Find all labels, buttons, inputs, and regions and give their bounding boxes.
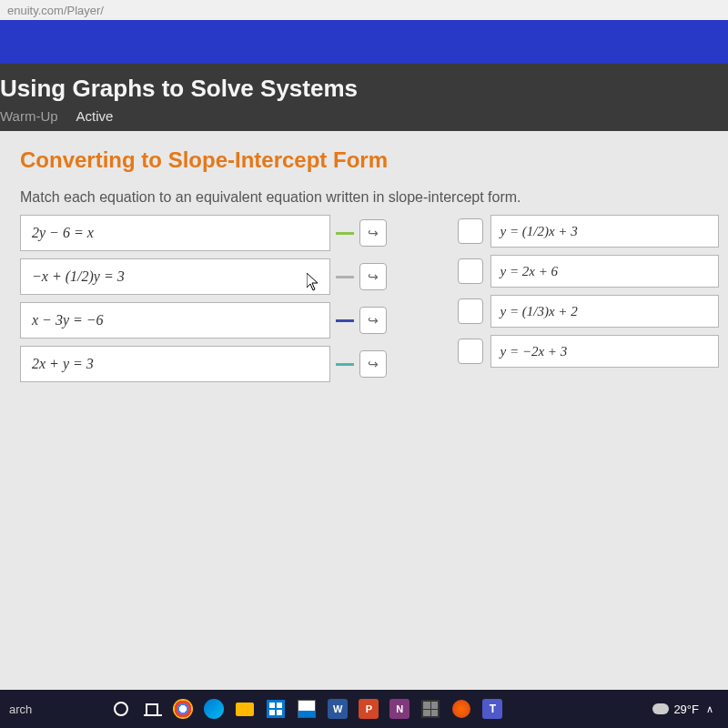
answer-box[interactable]: y = 2x + 6 bbox=[490, 255, 720, 288]
answer-row: y = 2x + 6 bbox=[458, 255, 720, 288]
word-icon[interactable]: W bbox=[323, 694, 352, 723]
drop-target[interactable] bbox=[458, 298, 483, 324]
match-row: 2y − 6 = x ↪ bbox=[20, 215, 387, 251]
arrow-button[interactable]: ↪ bbox=[359, 350, 387, 378]
connector-line bbox=[336, 363, 354, 366]
section-title: Converting to Slope-Intercept Form bbox=[20, 147, 719, 173]
tray-chevron-icon[interactable]: ∧ bbox=[701, 703, 719, 715]
calculator-icon[interactable] bbox=[416, 694, 445, 723]
answer-row: y = −2x + 3 bbox=[458, 335, 720, 368]
arrow-right-icon: ↪ bbox=[368, 357, 379, 371]
lesson-title: Using Graphs to Solve Systems bbox=[0, 75, 713, 103]
content-area: Converting to Slope-Intercept Form Match… bbox=[0, 131, 728, 391]
right-column: y = (1/2)x + 3 y = 2x + 6 y = (1/3)x + 2… bbox=[458, 215, 720, 368]
top-banner bbox=[0, 20, 728, 64]
arrow-button[interactable]: ↪ bbox=[359, 219, 387, 247]
match-row: 2x + y = 3 ↪ bbox=[20, 346, 387, 382]
arrow-button[interactable]: ↪ bbox=[359, 307, 387, 334]
answer-row: y = (1/2)x + 3 bbox=[458, 215, 720, 248]
arrow-right-icon: ↪ bbox=[368, 269, 379, 284]
answer-box[interactable]: y = (1/3)x + 2 bbox=[490, 295, 720, 328]
connector-line bbox=[336, 276, 354, 278]
answer-box[interactable]: y = −2x + 3 bbox=[490, 335, 720, 368]
cortana-icon[interactable] bbox=[106, 694, 136, 723]
tab-active[interactable]: Active bbox=[76, 108, 114, 124]
tabs: Warm-Up Active bbox=[0, 108, 713, 124]
url-bar: enuity.com/Player/ bbox=[0, 0, 728, 20]
answer-box[interactable]: y = (1/2)x + 3 bbox=[490, 215, 720, 248]
weather-widget[interactable]: 29°F bbox=[652, 703, 699, 716]
equation-box[interactable]: −x + (1/2)y = 3 bbox=[20, 258, 330, 295]
chrome-icon[interactable] bbox=[168, 694, 197, 723]
lesson-header: Using Graphs to Solve Systems Warm-Up Ac… bbox=[0, 64, 728, 131]
temperature-text: 29°F bbox=[673, 703, 699, 716]
edge-icon[interactable] bbox=[199, 694, 228, 723]
match-row: −x + (1/2)y = 3 ↪ bbox=[20, 258, 387, 295]
onenote-icon[interactable]: N bbox=[385, 694, 414, 723]
paint-icon[interactable] bbox=[292, 694, 321, 723]
search-input[interactable]: arch bbox=[9, 703, 32, 716]
arrow-right-icon: ↪ bbox=[368, 226, 379, 240]
left-column: 2y − 6 = x ↪ −x + (1/2)y = 3 ↪ x − 3y = … bbox=[20, 215, 387, 382]
matching-area: 2y − 6 = x ↪ −x + (1/2)y = 3 ↪ x − 3y = … bbox=[20, 215, 719, 382]
instruction-text: Match each equation to an equivalent equ… bbox=[20, 189, 719, 206]
equation-box[interactable]: x − 3y = −6 bbox=[20, 302, 330, 339]
drop-target[interactable] bbox=[458, 258, 483, 284]
cloud-icon bbox=[652, 703, 669, 714]
antivirus-icon[interactable] bbox=[447, 694, 476, 723]
equation-box[interactable]: 2y − 6 = x bbox=[20, 215, 330, 251]
equation-box[interactable]: 2x + y = 3 bbox=[20, 346, 330, 382]
answer-row: y = (1/3)x + 2 bbox=[458, 295, 720, 328]
connector-line bbox=[336, 232, 354, 235]
taskbar: arch W P N T 29°F ∧ bbox=[0, 690, 728, 728]
task-view-icon[interactable] bbox=[137, 694, 167, 723]
teams-icon[interactable]: T bbox=[478, 694, 507, 723]
match-row: x − 3y = −6 ↪ bbox=[20, 302, 387, 339]
arrow-right-icon: ↪ bbox=[368, 313, 379, 328]
store-icon[interactable] bbox=[261, 694, 290, 723]
drop-target[interactable] bbox=[458, 218, 483, 244]
arrow-button[interactable]: ↪ bbox=[359, 263, 387, 290]
drop-target[interactable] bbox=[458, 339, 483, 364]
tab-warmup[interactable]: Warm-Up bbox=[0, 108, 58, 124]
powerpoint-icon[interactable]: P bbox=[354, 694, 383, 723]
connector-line bbox=[336, 319, 354, 322]
explorer-icon[interactable] bbox=[230, 694, 259, 723]
